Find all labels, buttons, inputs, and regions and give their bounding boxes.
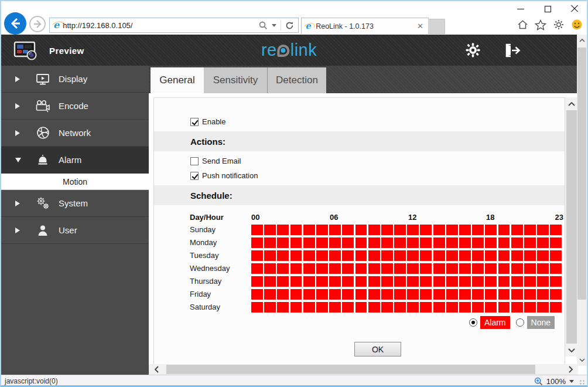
schedule-cell[interactable] <box>485 237 497 248</box>
schedule-cell[interactable] <box>537 289 549 300</box>
schedule-cell[interactable] <box>498 276 510 287</box>
schedule-cell[interactable] <box>407 237 419 248</box>
schedule-cell[interactable] <box>433 237 445 248</box>
schedule-cell[interactable] <box>459 289 471 300</box>
schedule-cell[interactable] <box>511 276 523 287</box>
scrollbar-thumb[interactable] <box>577 47 586 300</box>
schedule-cell[interactable] <box>303 250 315 261</box>
schedule-cell[interactable] <box>459 250 471 261</box>
sidebar-subitem-motion[interactable]: Motion <box>1 174 149 190</box>
schedule-cell[interactable] <box>264 225 276 235</box>
address-bar[interactable]: e http://192.168.0.105/ <box>49 18 299 33</box>
schedule-cell[interactable] <box>407 263 419 274</box>
schedule-cell[interactable] <box>485 263 497 274</box>
schedule-cell[interactable] <box>420 237 432 248</box>
schedule-cell[interactable] <box>524 263 536 274</box>
schedule-cell[interactable] <box>433 302 445 313</box>
schedule-cell[interactable] <box>303 263 315 274</box>
schedule-cell[interactable] <box>381 237 393 248</box>
schedule-cell[interactable] <box>264 250 276 261</box>
schedule-cell[interactable] <box>550 302 562 313</box>
schedule-cell[interactable] <box>355 302 367 313</box>
schedule-cell[interactable] <box>407 276 419 287</box>
scroll-up-icon[interactable] <box>577 35 587 46</box>
schedule-cell[interactable] <box>264 276 276 287</box>
schedule-cell[interactable] <box>381 276 393 287</box>
schedule-cell[interactable] <box>485 250 497 261</box>
schedule-cell[interactable] <box>316 276 328 287</box>
schedule-cell[interactable] <box>394 289 406 300</box>
sidebar-item-network[interactable]: Network <box>1 120 149 147</box>
schedule-cell[interactable] <box>277 225 289 235</box>
schedule-cell[interactable] <box>368 263 380 274</box>
alarm-legend-label[interactable]: Alarm <box>480 316 510 329</box>
schedule-cell[interactable] <box>420 250 432 261</box>
sidebar-item-user[interactable]: User <box>1 217 149 244</box>
schedule-cell[interactable] <box>420 263 432 274</box>
schedule-cell[interactable] <box>472 302 484 313</box>
scroll-down-icon[interactable] <box>577 354 587 366</box>
tab-close-icon[interactable]: ✕ <box>412 22 428 30</box>
schedule-cell[interactable] <box>303 225 315 235</box>
schedule-cell[interactable] <box>407 302 419 313</box>
send-email-checkbox[interactable] <box>190 157 199 165</box>
schedule-cell[interactable] <box>420 289 432 300</box>
schedule-cell[interactable] <box>459 276 471 287</box>
schedule-cell[interactable] <box>290 250 302 261</box>
schedule-cell[interactable] <box>355 276 367 287</box>
schedule-cell[interactable] <box>342 302 354 313</box>
schedule-cell[interactable] <box>537 250 549 261</box>
settings-gear-icon[interactable] <box>552 18 565 31</box>
tab-sensitivity[interactable]: Sensitivity <box>204 67 267 93</box>
schedule-cell[interactable] <box>433 225 445 235</box>
schedule-cell[interactable] <box>381 225 393 235</box>
schedule-cell[interactable] <box>251 276 263 287</box>
schedule-cell[interactable] <box>524 225 536 235</box>
schedule-cell[interactable] <box>251 289 263 300</box>
schedule-cell[interactable] <box>368 237 380 248</box>
schedule-cell[interactable] <box>277 302 289 313</box>
schedule-cell[interactable] <box>459 263 471 274</box>
schedule-cell[interactable] <box>251 225 263 235</box>
schedule-cell[interactable] <box>381 263 393 274</box>
schedule-cell[interactable] <box>537 302 549 313</box>
schedule-cell[interactable] <box>381 302 393 313</box>
schedule-cell[interactable] <box>342 250 354 261</box>
schedule-cell[interactable] <box>303 302 315 313</box>
schedule-cell[interactable] <box>290 289 302 300</box>
schedule-cell[interactable] <box>433 276 445 287</box>
schedule-cell[interactable] <box>329 237 341 248</box>
schedule-cell[interactable] <box>368 302 380 313</box>
logout-icon[interactable] <box>505 43 521 57</box>
schedule-cell[interactable] <box>290 276 302 287</box>
schedule-cell[interactable] <box>355 289 367 300</box>
schedule-cell[interactable] <box>459 225 471 235</box>
alarm-radio[interactable] <box>469 318 477 327</box>
schedule-cell[interactable] <box>277 263 289 274</box>
schedule-cell[interactable] <box>394 250 406 261</box>
schedule-cell[interactable] <box>277 289 289 300</box>
scroll-up-icon[interactable] <box>565 97 578 110</box>
schedule-cell[interactable] <box>264 263 276 274</box>
schedule-cell[interactable] <box>472 237 484 248</box>
schedule-cell[interactable] <box>394 302 406 313</box>
tab-general[interactable]: General <box>151 67 204 93</box>
scroll-right-icon[interactable] <box>565 364 577 375</box>
schedule-cell[interactable] <box>433 250 445 261</box>
schedule-cell[interactable] <box>472 263 484 274</box>
sidebar-item-alarm[interactable]: Alarm <box>1 147 149 174</box>
schedule-cell[interactable] <box>407 250 419 261</box>
scroll-down-icon[interactable] <box>565 344 578 357</box>
schedule-cell[interactable] <box>524 250 536 261</box>
scroll-left-icon[interactable] <box>150 364 163 375</box>
schedule-cell[interactable] <box>329 250 341 261</box>
schedule-cell[interactable] <box>511 237 523 248</box>
close-icon[interactable] <box>570 5 579 13</box>
schedule-cell[interactable] <box>498 302 510 313</box>
schedule-cell[interactable] <box>524 302 536 313</box>
schedule-cell[interactable] <box>420 276 432 287</box>
schedule-cell[interactable] <box>550 250 562 261</box>
schedule-cell[interactable] <box>524 289 536 300</box>
schedule-cell[interactable] <box>251 263 263 274</box>
schedule-cell[interactable] <box>277 237 289 248</box>
